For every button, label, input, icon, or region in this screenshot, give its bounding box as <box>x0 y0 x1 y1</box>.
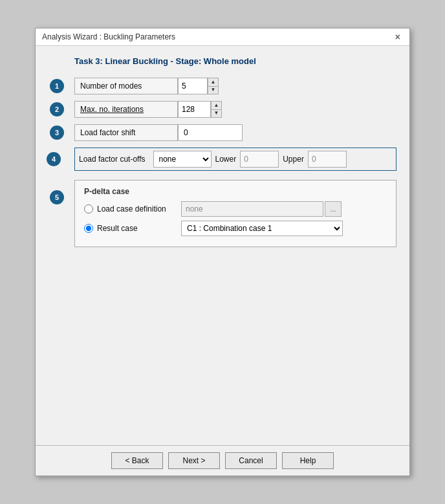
load-factor-cutoffs-label: Load factor cut-offs <box>79 151 151 168</box>
close-button[interactable]: × <box>393 32 403 41</box>
dialog-title: Analysis Wizard : Buckling Parameters <box>42 32 175 41</box>
upper-label: Upper <box>283 155 304 164</box>
empty-content-area <box>74 254 396 435</box>
result-case-label[interactable]: Result case <box>97 224 181 233</box>
max-iterations-spinner: ▲ ▼ <box>210 101 222 118</box>
title-bar: Analysis Wizard : Buckling Parameters × <box>36 28 409 46</box>
load-factor-shift-label: Load factor shift <box>74 124 178 141</box>
lower-label: Lower <box>215 155 237 164</box>
task-label: Task 3: Linear Buckling - Stage: Whole m… <box>74 56 396 66</box>
number-of-modes-down[interactable]: ▼ <box>208 87 218 94</box>
upper-input[interactable] <box>308 151 347 168</box>
next-button[interactable]: Next > <box>168 452 220 469</box>
max-iterations-input-group: ▲ ▼ <box>178 101 222 118</box>
load-case-definition-label[interactable]: Load case definition <box>97 204 181 214</box>
dialog-body: Task 3: Linear Buckling - Stage: Whole m… <box>36 46 409 445</box>
browse-button[interactable]: ... <box>325 201 342 217</box>
pdelta-container: 5 P-delta case Load case definition ... … <box>74 180 396 247</box>
help-button[interactable]: Help <box>282 452 334 469</box>
pdelta-title: P-delta case <box>84 187 387 196</box>
result-case-select[interactable]: C1 : Combination case 1 <box>181 221 343 236</box>
load-factor-shift-input[interactable] <box>178 124 243 141</box>
max-iterations-row: 2 Max. no. iterations ▲ ▼ <box>74 101 396 118</box>
badge-2: 2 <box>50 102 64 116</box>
result-case-radio[interactable] <box>84 224 93 233</box>
max-iterations-label: Max. no. iterations <box>74 101 178 118</box>
number-of-modes-label: Number of modes <box>74 78 178 94</box>
load-factor-cutoffs-row: 4 Load factor cut-offs none auto manual … <box>74 148 396 171</box>
number-of-modes-row: 1 Number of modes ▲ ▼ <box>74 78 396 94</box>
load-case-definition-row: Load case definition ... <box>84 201 387 217</box>
dialog-window: Analysis Wizard : Buckling Parameters × … <box>35 28 410 476</box>
dialog-footer: < Back Next > Cancel Help <box>36 445 409 476</box>
max-iterations-input[interactable] <box>178 101 210 118</box>
pdelta-box: P-delta case Load case definition ... Re… <box>74 180 396 247</box>
max-iterations-up[interactable]: ▲ <box>211 102 221 110</box>
max-iterations-down[interactable]: ▼ <box>211 110 221 118</box>
number-of-modes-spinner: ▲ ▼ <box>207 78 219 94</box>
load-factor-cutoffs-select[interactable]: none auto manual <box>153 151 212 168</box>
load-factor-shift-row: 3 Load factor shift <box>74 124 396 141</box>
number-of-modes-input[interactable] <box>178 78 207 94</box>
badge-5: 5 <box>50 190 64 204</box>
cancel-button[interactable]: Cancel <box>225 452 277 469</box>
back-button[interactable]: < Back <box>111 452 163 469</box>
number-of-modes-up[interactable]: ▲ <box>208 78 218 87</box>
badge-3: 3 <box>50 126 64 140</box>
number-of-modes-input-group: ▲ ▼ <box>178 78 219 94</box>
load-case-definition-input[interactable] <box>181 201 323 217</box>
result-case-row: Result case C1 : Combination case 1 <box>84 221 387 236</box>
badge-1: 1 <box>50 79 64 93</box>
badge-4: 4 <box>47 152 61 166</box>
load-case-definition-radio[interactable] <box>84 204 93 214</box>
lower-input[interactable] <box>240 151 279 168</box>
